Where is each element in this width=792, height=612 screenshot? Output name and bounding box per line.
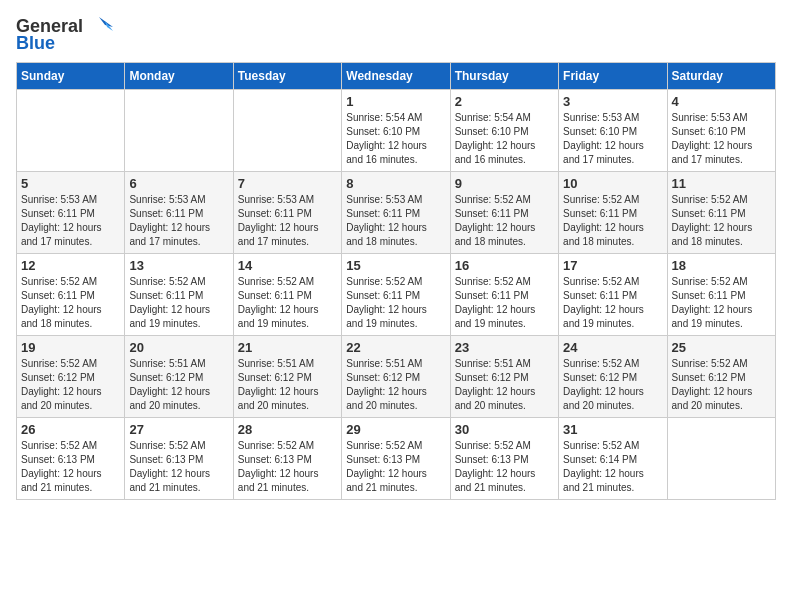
day-info: Sunrise: 5:53 AM Sunset: 6:11 PM Dayligh… <box>129 193 228 249</box>
weekday-saturday: Saturday <box>667 63 775 90</box>
day-cell: 15Sunrise: 5:52 AM Sunset: 6:11 PM Dayli… <box>342 254 450 336</box>
calendar-body: 1Sunrise: 5:54 AM Sunset: 6:10 PM Daylig… <box>17 90 776 500</box>
logo-blue-text: Blue <box>16 33 113 54</box>
day-cell: 1Sunrise: 5:54 AM Sunset: 6:10 PM Daylig… <box>342 90 450 172</box>
day-info: Sunrise: 5:52 AM Sunset: 6:13 PM Dayligh… <box>455 439 554 495</box>
week-row-2: 5Sunrise: 5:53 AM Sunset: 6:11 PM Daylig… <box>17 172 776 254</box>
day-number: 27 <box>129 422 228 437</box>
week-row-1: 1Sunrise: 5:54 AM Sunset: 6:10 PM Daylig… <box>17 90 776 172</box>
day-cell: 9Sunrise: 5:52 AM Sunset: 6:11 PM Daylig… <box>450 172 558 254</box>
day-info: Sunrise: 5:51 AM Sunset: 6:12 PM Dayligh… <box>346 357 445 413</box>
day-info: Sunrise: 5:52 AM Sunset: 6:11 PM Dayligh… <box>455 193 554 249</box>
day-cell: 7Sunrise: 5:53 AM Sunset: 6:11 PM Daylig… <box>233 172 341 254</box>
day-cell: 31Sunrise: 5:52 AM Sunset: 6:14 PM Dayli… <box>559 418 667 500</box>
svg-marker-1 <box>105 21 113 31</box>
day-info: Sunrise: 5:52 AM Sunset: 6:11 PM Dayligh… <box>346 275 445 331</box>
day-number: 6 <box>129 176 228 191</box>
day-number: 11 <box>672 176 771 191</box>
day-cell: 11Sunrise: 5:52 AM Sunset: 6:11 PM Dayli… <box>667 172 775 254</box>
day-number: 28 <box>238 422 337 437</box>
day-cell: 25Sunrise: 5:52 AM Sunset: 6:12 PM Dayli… <box>667 336 775 418</box>
day-number: 10 <box>563 176 662 191</box>
day-cell: 12Sunrise: 5:52 AM Sunset: 6:11 PM Dayli… <box>17 254 125 336</box>
week-row-5: 26Sunrise: 5:52 AM Sunset: 6:13 PM Dayli… <box>17 418 776 500</box>
day-cell: 19Sunrise: 5:52 AM Sunset: 6:12 PM Dayli… <box>17 336 125 418</box>
weekday-header: SundayMondayTuesdayWednesdayThursdayFrid… <box>17 63 776 90</box>
day-number: 5 <box>21 176 120 191</box>
day-info: Sunrise: 5:53 AM Sunset: 6:11 PM Dayligh… <box>346 193 445 249</box>
week-row-3: 12Sunrise: 5:52 AM Sunset: 6:11 PM Dayli… <box>17 254 776 336</box>
day-number: 17 <box>563 258 662 273</box>
day-info: Sunrise: 5:53 AM Sunset: 6:11 PM Dayligh… <box>21 193 120 249</box>
day-number: 20 <box>129 340 228 355</box>
day-number: 18 <box>672 258 771 273</box>
day-number: 19 <box>21 340 120 355</box>
day-cell: 2Sunrise: 5:54 AM Sunset: 6:10 PM Daylig… <box>450 90 558 172</box>
day-info: Sunrise: 5:52 AM Sunset: 6:13 PM Dayligh… <box>238 439 337 495</box>
day-cell: 28Sunrise: 5:52 AM Sunset: 6:13 PM Dayli… <box>233 418 341 500</box>
logo: General Blue <box>16 16 113 54</box>
day-cell <box>17 90 125 172</box>
day-info: Sunrise: 5:52 AM Sunset: 6:14 PM Dayligh… <box>563 439 662 495</box>
day-info: Sunrise: 5:53 AM Sunset: 6:10 PM Dayligh… <box>563 111 662 167</box>
weekday-thursday: Thursday <box>450 63 558 90</box>
day-cell: 21Sunrise: 5:51 AM Sunset: 6:12 PM Dayli… <box>233 336 341 418</box>
day-cell: 24Sunrise: 5:52 AM Sunset: 6:12 PM Dayli… <box>559 336 667 418</box>
day-number: 1 <box>346 94 445 109</box>
day-info: Sunrise: 5:53 AM Sunset: 6:10 PM Dayligh… <box>672 111 771 167</box>
day-cell: 3Sunrise: 5:53 AM Sunset: 6:10 PM Daylig… <box>559 90 667 172</box>
day-cell: 10Sunrise: 5:52 AM Sunset: 6:11 PM Dayli… <box>559 172 667 254</box>
day-cell: 4Sunrise: 5:53 AM Sunset: 6:10 PM Daylig… <box>667 90 775 172</box>
svg-marker-0 <box>99 17 113 27</box>
day-number: 16 <box>455 258 554 273</box>
calendar: SundayMondayTuesdayWednesdayThursdayFrid… <box>16 62 776 500</box>
day-info: Sunrise: 5:52 AM Sunset: 6:12 PM Dayligh… <box>21 357 120 413</box>
day-info: Sunrise: 5:52 AM Sunset: 6:12 PM Dayligh… <box>563 357 662 413</box>
day-number: 29 <box>346 422 445 437</box>
day-cell <box>667 418 775 500</box>
day-cell: 8Sunrise: 5:53 AM Sunset: 6:11 PM Daylig… <box>342 172 450 254</box>
day-number: 2 <box>455 94 554 109</box>
day-cell: 5Sunrise: 5:53 AM Sunset: 6:11 PM Daylig… <box>17 172 125 254</box>
day-number: 13 <box>129 258 228 273</box>
weekday-tuesday: Tuesday <box>233 63 341 90</box>
day-cell: 22Sunrise: 5:51 AM Sunset: 6:12 PM Dayli… <box>342 336 450 418</box>
day-info: Sunrise: 5:52 AM Sunset: 6:11 PM Dayligh… <box>672 193 771 249</box>
day-number: 22 <box>346 340 445 355</box>
day-cell: 27Sunrise: 5:52 AM Sunset: 6:13 PM Dayli… <box>125 418 233 500</box>
day-number: 25 <box>672 340 771 355</box>
day-info: Sunrise: 5:52 AM Sunset: 6:13 PM Dayligh… <box>129 439 228 495</box>
weekday-monday: Monday <box>125 63 233 90</box>
day-info: Sunrise: 5:52 AM Sunset: 6:11 PM Dayligh… <box>563 193 662 249</box>
day-cell: 13Sunrise: 5:52 AM Sunset: 6:11 PM Dayli… <box>125 254 233 336</box>
day-info: Sunrise: 5:52 AM Sunset: 6:11 PM Dayligh… <box>455 275 554 331</box>
day-cell: 16Sunrise: 5:52 AM Sunset: 6:11 PM Dayli… <box>450 254 558 336</box>
day-number: 15 <box>346 258 445 273</box>
day-info: Sunrise: 5:54 AM Sunset: 6:10 PM Dayligh… <box>346 111 445 167</box>
day-number: 26 <box>21 422 120 437</box>
day-number: 30 <box>455 422 554 437</box>
day-info: Sunrise: 5:52 AM Sunset: 6:11 PM Dayligh… <box>238 275 337 331</box>
day-cell <box>125 90 233 172</box>
day-number: 14 <box>238 258 337 273</box>
day-number: 9 <box>455 176 554 191</box>
day-number: 7 <box>238 176 337 191</box>
day-info: Sunrise: 5:51 AM Sunset: 6:12 PM Dayligh… <box>129 357 228 413</box>
day-number: 21 <box>238 340 337 355</box>
day-cell: 26Sunrise: 5:52 AM Sunset: 6:13 PM Dayli… <box>17 418 125 500</box>
day-info: Sunrise: 5:52 AM Sunset: 6:13 PM Dayligh… <box>346 439 445 495</box>
day-number: 3 <box>563 94 662 109</box>
day-cell: 30Sunrise: 5:52 AM Sunset: 6:13 PM Dayli… <box>450 418 558 500</box>
day-cell: 18Sunrise: 5:52 AM Sunset: 6:11 PM Dayli… <box>667 254 775 336</box>
day-info: Sunrise: 5:52 AM Sunset: 6:11 PM Dayligh… <box>129 275 228 331</box>
day-cell: 29Sunrise: 5:52 AM Sunset: 6:13 PM Dayli… <box>342 418 450 500</box>
weekday-wednesday: Wednesday <box>342 63 450 90</box>
weekday-friday: Friday <box>559 63 667 90</box>
day-info: Sunrise: 5:52 AM Sunset: 6:12 PM Dayligh… <box>672 357 771 413</box>
day-info: Sunrise: 5:52 AM Sunset: 6:11 PM Dayligh… <box>672 275 771 331</box>
day-number: 23 <box>455 340 554 355</box>
day-number: 24 <box>563 340 662 355</box>
weekday-sunday: Sunday <box>17 63 125 90</box>
day-info: Sunrise: 5:52 AM Sunset: 6:11 PM Dayligh… <box>21 275 120 331</box>
day-info: Sunrise: 5:53 AM Sunset: 6:11 PM Dayligh… <box>238 193 337 249</box>
